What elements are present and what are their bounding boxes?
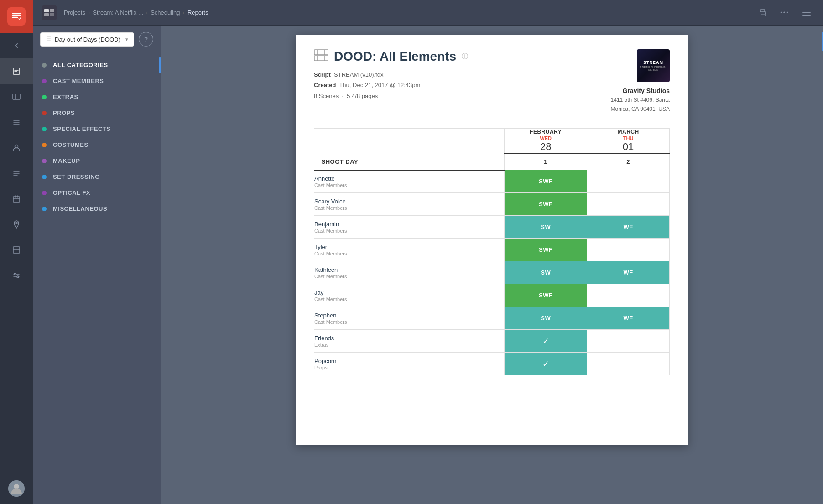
sidebar-nav-settings[interactable] [0,263,33,288]
svg-point-17 [765,13,766,14]
element-name-4: Kathleen [314,266,504,273]
svg-rect-2 [13,94,20,99]
category-dot-cast [42,79,47,83]
category-item-set_dressing[interactable]: SET DRESSING [33,169,161,185]
category-item-extras[interactable]: EXTRAS [33,89,161,105]
category-dot-miscellaneous [42,207,47,211]
category-dot-extras [42,95,47,99]
table-row: Stephen Cast Members SWWF [314,307,670,330]
svg-point-5 [16,222,17,224]
brand-icon[interactable] [7,7,26,26]
schedule-cell-4-1: WF [587,261,670,284]
element-category-0: Cast Members [314,182,504,188]
schedule-cell-0-0: SWF [505,170,587,193]
menu-button[interactable] [799,5,814,20]
sidebar-nav-location[interactable] [0,212,33,237]
svg-rect-16 [761,14,765,15]
created-line: Created Thu, Dec 21, 2017 @ 12:43pm [314,80,611,90]
print-button[interactable] [755,5,770,20]
report-type-dropdown[interactable]: ☰ Day out of Days (DOOD) ▾ [40,32,134,47]
element-name-cell-7: Friends Extras [314,330,505,353]
breadcrumb-stream[interactable]: Stream: A Netflix ... [93,9,143,16]
table-row: Popcorn Props ✓ [314,353,670,375]
svg-rect-14 [50,13,54,16]
script-label: Script [314,71,331,78]
element-name-cell-0: Annette Cast Members [314,170,505,193]
breadcrumb-sep-3: › [183,9,185,16]
sidebar-nav-scenes[interactable] [0,84,33,109]
poster-title: STREAM [643,60,663,65]
element-category-4: Cast Members [314,274,504,279]
info-icon[interactable]: ⓘ [462,52,468,61]
more-options-button[interactable]: ••• [777,5,792,20]
schedule-cell-6-0: SW [505,307,587,330]
element-name-cell-4: Kathleen Cast Members [314,261,505,284]
category-item-props[interactable]: PROPS [33,105,161,121]
sidebar-nav-reports[interactable] [0,58,33,84]
report-header: DOOD: All Elements ⓘ Script STREAM (v10)… [314,49,670,114]
breadcrumb-projects[interactable]: Projects [64,9,85,16]
table-row: Annette Cast Members SWF [314,170,670,193]
company-name: Gravity Studios [611,86,670,96]
svg-point-8 [17,276,19,278]
schedule-cell-7-1 [587,330,670,353]
scenes-value: 8 Scenes [314,93,339,99]
element-name-8: Popcorn [314,358,504,364]
category-label-extras: EXTRAS [53,94,78,100]
icon-sidebar [0,0,33,504]
category-label-special_effects: SPECIAL EFFECTS [53,125,110,132]
report-logo-area: STREAM A NETFLIX ORIGINAL SERIES Gravity… [611,49,670,114]
breadcrumb-sep-2: › [146,9,148,16]
shoot-day-label: SHOOT DAY [322,158,359,165]
sidebar-nav-calendar[interactable] [0,186,33,212]
element-category-8: Props [314,365,504,370]
element-category-7: Extras [314,342,504,348]
check-icon: ✓ [542,337,549,346]
shoot-day-1: 2 [587,153,670,170]
category-list: ALL CATEGORIES CAST MEMBERS EXTRAS PROPS… [33,53,161,220]
sidebar-nav-box[interactable] [0,237,33,263]
breadcrumb-current: Reports [188,9,208,16]
element-name-2: Benjamin [314,221,504,228]
element-name-5: Jay [314,289,504,296]
element-name-7: Friends [314,335,504,342]
sidebar-nav-elements[interactable] [0,109,33,135]
category-item-special_effects[interactable]: SPECIAL EFFECTS [33,121,161,137]
category-item-cast[interactable]: CAST MEMBERS [33,73,161,89]
schedule-cell-8-0: ✓ [505,353,587,375]
sidebar-nav-back[interactable] [0,33,33,58]
script-value: STREAM (v10).fdx [334,71,383,78]
category-item-costumes[interactable]: COSTUMES [33,137,161,153]
category-item-optical_fx[interactable]: OPTICAL FX [33,185,161,201]
category-item-all[interactable]: ALL CATEGORIES [33,57,161,73]
day-header-1: THU 01 [587,135,670,153]
company-poster: STREAM A NETFLIX ORIGINAL SERIES [637,49,670,82]
element-name-6: Stephen [314,312,504,319]
report-title-icon [314,49,328,64]
report-title-area: DOOD: All Elements ⓘ Script STREAM (v10)… [314,49,611,101]
element-name-cell-1: Scary Voice Cast Members [314,193,505,216]
svg-rect-4 [13,197,20,202]
schedule-cell-2-0: SW [505,216,587,239]
user-avatar-area [8,480,25,497]
element-name-cell-6: Stephen Cast Members [314,307,505,330]
table-row: Benjamin Cast Members SWWF [314,216,670,239]
schedule-cell-1-0: SWF [505,193,587,216]
category-dot-all [42,63,47,68]
sidebar-nav-cast[interactable] [0,135,33,161]
table-row: Jay Cast Members SWF [314,284,670,307]
table-row: Friends Extras ✓ [314,330,670,353]
brand-logo-area [0,0,33,33]
day-header-0: WED 28 [505,135,587,153]
created-label: Created [314,82,336,88]
help-button[interactable]: ? [139,32,153,47]
breadcrumb-scheduling[interactable]: Scheduling [151,9,180,16]
main-area: Projects › Stream: A Netflix ... › Sched… [33,0,823,504]
sidebar-nav-list[interactable] [0,161,33,186]
user-avatar[interactable] [8,480,25,497]
content-area: ☰ Day out of Days (DOOD) ▾ ? ALL CATEGOR… [33,26,823,504]
poster-inner: STREAM A NETFLIX ORIGINAL SERIES [637,49,670,82]
category-item-makeup[interactable]: MAKEUP [33,153,161,169]
category-item-miscellaneous[interactable]: MISCELLANEOUS [33,201,161,217]
element-name-cell-5: Jay Cast Members [314,284,505,307]
